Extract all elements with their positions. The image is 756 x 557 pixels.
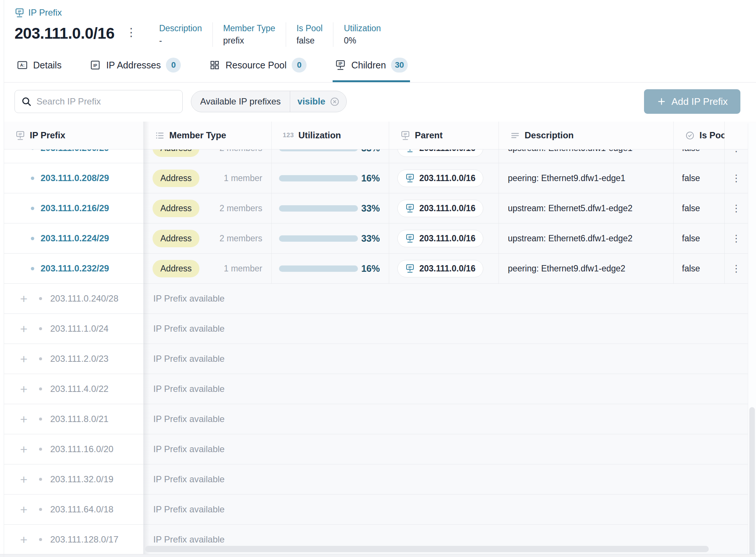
parent-link[interactable]: 203.111.0.0/16	[397, 260, 483, 277]
vertical-scrollbar[interactable]	[748, 123, 756, 557]
utilization-value: 16%	[361, 263, 380, 274]
status-dot	[31, 267, 34, 270]
ip-prefix-icon	[400, 131, 410, 141]
add-prefix-plus-icon[interactable]: +	[18, 293, 29, 304]
text-lines-icon	[510, 131, 520, 141]
available-label: IP Prefix available	[144, 464, 748, 494]
status-dot	[39, 538, 42, 541]
available-prefix: 203.111.2.0/23	[50, 354, 109, 364]
children-table: IP Prefix Member Type 123 Utilization Pa…	[4, 122, 756, 555]
column-header-ip-prefix: IP Prefix	[4, 122, 144, 149]
row-kebab-menu-icon[interactable]: ⋮	[731, 149, 741, 153]
available-prefix: 203.111.8.0/21	[50, 414, 109, 424]
circle-x-icon[interactable]	[330, 97, 340, 107]
ip-address-icon	[90, 59, 101, 71]
table-row-available[interactable]: +203.111.2.0/23 IP Prefix available	[4, 344, 756, 374]
is-pool-cell: false	[674, 223, 725, 253]
table-header-row: IP Prefix Member Type 123 Utilization Pa…	[4, 122, 756, 149]
row-kebab-menu-icon[interactable]: ⋮	[731, 264, 741, 273]
utilization-bar	[279, 175, 358, 181]
add-prefix-plus-icon[interactable]: +	[18, 444, 29, 455]
parent-link[interactable]: 203.111.0.0/16	[397, 230, 483, 247]
utilization-bar	[279, 235, 358, 242]
prefix-link[interactable]: 203.111.0.224/29	[41, 233, 109, 244]
ip-prefix-icon	[15, 131, 25, 141]
plus-icon	[657, 97, 666, 106]
table-row-available[interactable]: +203.111.64.0/18 IP Prefix available	[4, 495, 756, 525]
tab-details[interactable]: Details	[15, 50, 64, 82]
table-row-available[interactable]: +203.111.0.240/28 IP Prefix available	[4, 284, 756, 314]
table-row-available[interactable]: +203.111.1.0/24 IP Prefix available	[4, 314, 756, 344]
horizontal-scrollbar-thumb[interactable]	[145, 546, 709, 552]
tab-children[interactable]: Children 30	[333, 50, 410, 82]
toolbar: Available IP prefixes visible Add IP Pre…	[15, 89, 740, 114]
vertical-scrollbar-thumb[interactable]	[749, 407, 755, 557]
add-prefix-plus-icon[interactable]: +	[18, 413, 29, 425]
table-row[interactable]: 203.111.0.232/29 Address1 member 16% 203…	[4, 254, 756, 284]
member-type-badge: Address	[153, 230, 199, 247]
row-kebab-menu-icon[interactable]: ⋮	[731, 173, 741, 183]
table-row[interactable]: 203.111.0.216/29 Address2 members 33% 20…	[4, 193, 756, 223]
table-row-available[interactable]: +203.111.4.0/22 IP Prefix available	[4, 374, 756, 404]
filter-chip-value: visible	[298, 96, 326, 107]
table-row[interactable]: 203.111.0.208/29 Address1 member 16% 203…	[4, 163, 756, 193]
parent-link[interactable]: 203.111.0.0/16	[397, 149, 483, 157]
table-row[interactable]: 203.111.0.224/29 Address2 members 33% 20…	[4, 223, 756, 254]
tab-resource-pool[interactable]: Resource Pool 0	[207, 50, 309, 82]
tab-ip-addresses[interactable]: IP Addresses 0	[87, 50, 183, 82]
ip-prefix-icon	[405, 203, 415, 213]
status-dot	[39, 327, 42, 330]
search-icon	[21, 96, 32, 107]
available-prefix: 203.111.64.0/18	[50, 504, 113, 515]
status-dot	[39, 418, 42, 421]
page-left-border	[4, 0, 4, 557]
add-prefix-plus-icon[interactable]: +	[18, 474, 29, 485]
tab-badge: 0	[292, 58, 307, 73]
status-dot	[39, 508, 42, 511]
row-kebab-menu-icon[interactable]: ⋮	[731, 203, 741, 213]
parent-link[interactable]: 203.111.0.0/16	[397, 170, 483, 187]
member-count: 2 members	[220, 234, 262, 244]
available-prefix: 203.111.4.0/22	[50, 384, 109, 394]
column-header-member-type: Member Type	[144, 122, 272, 149]
add-prefix-plus-icon[interactable]: +	[18, 504, 29, 515]
available-prefix: 203.111.16.0/20	[50, 444, 113, 454]
description-cell: peering: Ethernet9.dfw1-edge2	[499, 254, 674, 283]
add-prefix-plus-icon[interactable]: +	[18, 353, 29, 364]
table-row-available[interactable]: +203.111.16.0/20 IP Prefix available	[4, 434, 756, 464]
add-prefix-plus-icon[interactable]: +	[18, 534, 29, 545]
column-header-utilization: 123 Utilization	[272, 122, 389, 149]
filter-chip[interactable]: Available IP prefixes visible	[191, 91, 347, 112]
ip-prefix-icon	[15, 8, 25, 18]
add-ip-prefix-button[interactable]: Add IP Prefix	[644, 89, 740, 114]
breadcrumb[interactable]: IP Prefix	[15, 7, 756, 18]
description-cell: upstream: Ethernet5.dfw1-edge2	[499, 193, 674, 223]
breadcrumb-label: IP Prefix	[28, 7, 62, 18]
add-prefix-plus-icon[interactable]: +	[18, 323, 29, 334]
meta-utilization: Utilization 0%	[333, 22, 391, 47]
table-row-available[interactable]: +203.111.8.0/21 IP Prefix available	[4, 404, 756, 434]
ip-prefix-icon	[405, 234, 415, 243]
prefix-link[interactable]: 203.111.0.232/29	[41, 263, 109, 274]
utilization-bar	[279, 149, 358, 151]
table-row-available[interactable]: +203.111.32.0/19 IP Prefix available	[4, 464, 756, 495]
add-prefix-plus-icon[interactable]: +	[18, 383, 29, 395]
title-kebab-menu-icon[interactable]: ⋮	[126, 27, 137, 38]
prefix-link[interactable]: 203.111.0.208/29	[41, 173, 109, 183]
ip-prefix-icon	[335, 59, 346, 71]
available-prefix: 203.111.32.0/19	[50, 474, 113, 484]
parent-link[interactable]: 203.111.0.0/16	[397, 200, 483, 217]
search-input[interactable]	[15, 90, 183, 113]
member-count: 2 members	[220, 149, 262, 153]
utilization-bar	[279, 265, 358, 272]
123-icon: 123	[283, 132, 294, 139]
grid-icon	[209, 59, 220, 71]
prefix-link[interactable]: 203.111.0.200/29	[41, 149, 109, 153]
page-header: IP Prefix 203.111.0.0/16 ⋮ Description -…	[4, 0, 756, 47]
prefix-link[interactable]: 203.111.0.216/29	[41, 203, 109, 213]
row-kebab-menu-icon[interactable]: ⋮	[731, 234, 741, 243]
status-dot	[31, 149, 34, 150]
tab-bar: Details IP Addresses 0 Resource Pool 0 C…	[4, 50, 756, 83]
table-row[interactable]: 203.111.0.200/29 Address2 members 33% 20…	[4, 149, 756, 163]
description-cell: upstream: Ethernet6.dfw1-edge1	[499, 149, 674, 163]
